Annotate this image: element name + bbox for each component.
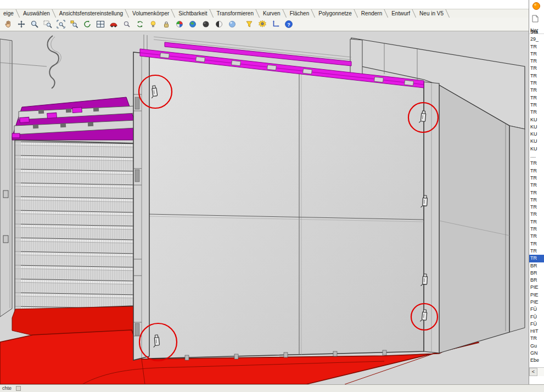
render-ball-icon[interactable] — [173, 18, 186, 31]
layer-row[interactable]: PIE — [529, 284, 544, 291]
sphere-blue-icon[interactable] — [226, 18, 238, 31]
layer-row[interactable]: KU — [529, 124, 544, 131]
layer-row[interactable]: Ebe — [529, 357, 544, 364]
layer-row[interactable]: TR — [529, 102, 544, 109]
tab-ansichtsfenstereinstellung[interactable]: Ansichtsfenstereinstellung — [56, 9, 129, 18]
tab-kurven[interactable]: Kurven — [260, 9, 287, 18]
sphere-dark-icon[interactable] — [199, 18, 212, 31]
slat-stack — [15, 140, 134, 310]
layer-row[interactable]: KU — [529, 138, 544, 145]
layer-row[interactable]: TR — [529, 65, 544, 72]
layer-row[interactable]: Sta — [529, 29, 544, 36]
lock-icon[interactable] — [160, 18, 172, 31]
scroll-left-button[interactable]: < — [529, 368, 537, 376]
rotate-view-icon[interactable] — [81, 18, 93, 31]
filter-icon[interactable] — [243, 18, 255, 31]
zoom-icon[interactable] — [28, 18, 41, 31]
layer-row[interactable]: TR — [529, 335, 544, 342]
tab-sichtbarkeit[interactable]: Sichtbarkeit — [175, 9, 213, 18]
status-text: chte — [2, 385, 12, 392]
layer-row[interactable]: TR — [529, 226, 544, 233]
layer-list: Sta29_TRTRTRTRTRTRTRTRTRTRKUKUKUKUKU....… — [529, 29, 544, 367]
layer-row[interactable]: TR — [529, 43, 544, 51]
tab-transformieren[interactable]: Transformieren — [214, 9, 260, 18]
car-icon[interactable] — [107, 18, 120, 31]
tab-volumenkörper[interactable]: Volumenkörper — [129, 9, 175, 18]
layer-row[interactable]: KU — [529, 116, 544, 124]
layer-row[interactable]: Gu — [529, 343, 544, 350]
layer-row[interactable]: TR — [529, 182, 544, 189]
layer-row[interactable]: TR — [529, 58, 544, 65]
pan-icon[interactable] — [2, 18, 14, 31]
right-face — [439, 85, 509, 353]
layer-row[interactable]: TR — [529, 175, 544, 182]
layer-row[interactable]: BR — [529, 262, 544, 270]
layer-row[interactable]: TR — [529, 109, 544, 116]
layer-row[interactable]: TR — [529, 211, 544, 218]
zoom-window-icon[interactable] — [41, 18, 54, 31]
layer-row[interactable]: TR — [529, 204, 544, 211]
zoom-extents-icon[interactable] — [54, 18, 67, 31]
layer-row[interactable]: BR — [529, 277, 544, 284]
tab-polygonnetze[interactable]: Polygonnetze — [315, 9, 358, 18]
rotate-arrows-icon[interactable] — [133, 18, 146, 31]
corner-column — [133, 52, 149, 360]
layer-row[interactable]: TR — [529, 160, 544, 167]
status-bar: chte — [0, 384, 544, 392]
layer-row[interactable]: FÜ — [529, 306, 544, 313]
layer-row[interactable]: TR — [529, 233, 544, 240]
layer-row[interactable]: TR — [529, 219, 544, 226]
layer-row[interactable]: TR — [529, 72, 544, 80]
main-toolbar: ? — [0, 18, 529, 31]
layer-list-hscrollbar[interactable]: < — [529, 367, 544, 376]
layer-row[interactable]: TR — [529, 80, 544, 87]
layer-row[interactable]: BR — [529, 270, 544, 277]
viewport-3d[interactable] — [0, 31, 529, 384]
tab-neu-in-v5[interactable]: Neu in V5 — [416, 9, 450, 18]
help-icon[interactable]: ? — [282, 18, 295, 31]
zoom-selected-icon[interactable] — [68, 18, 80, 31]
layers-panel: Nar Sta29_TRTRTRTRTRTRTRTRTRTRKUKUKUKUKU… — [529, 0, 544, 384]
tab-flächen[interactable]: Flächen — [287, 9, 316, 18]
layer-row[interactable]: TR — [529, 240, 544, 248]
layer-row[interactable]: TR — [529, 167, 544, 175]
layer-row[interactable]: .... — [529, 153, 544, 160]
layer-row[interactable]: TR — [529, 94, 544, 102]
move-icon[interactable] — [15, 18, 27, 31]
gear-sun-icon[interactable] — [256, 18, 268, 31]
globe-icon[interactable] — [186, 18, 199, 31]
viewport-layout-icon[interactable] — [94, 18, 106, 31]
layer-row[interactable]: FÜ — [529, 313, 544, 321]
new-layer-icon[interactable] — [532, 15, 544, 25]
tab-entwurf[interactable]: Entwurf — [388, 9, 416, 18]
layer-row[interactable]: KU — [529, 131, 544, 138]
uvn-icon[interactable] — [269, 18, 282, 31]
layer-row[interactable]: PIE — [529, 292, 544, 299]
sphere-half-icon[interactable] — [212, 18, 225, 31]
layer-row[interactable]: TR — [529, 189, 544, 197]
svg-text:?: ? — [287, 22, 290, 27]
rhino-cad-window: eigeAuswählenAnsichtsfenstereinstellungV… — [0, 0, 544, 392]
panel-tab-icon[interactable] — [532, 2, 544, 13]
layer-row[interactable]: GN — [529, 350, 544, 357]
layer-row[interactable]: TR — [529, 255, 544, 262]
layer-row[interactable]: TR — [529, 197, 544, 204]
front-face — [148, 55, 424, 360]
right-outer-panel — [509, 126, 525, 332]
layer-row[interactable]: 29_ — [529, 36, 544, 43]
scroll-track[interactable] — [537, 368, 544, 376]
menu-tab-bar: eigeAuswählenAnsichtsfenstereinstellungV… — [0, 9, 529, 18]
layer-row[interactable]: FÜ — [529, 321, 544, 328]
layer-row[interactable]: TR — [529, 87, 544, 94]
tab-eige[interactable]: eige — [0, 9, 20, 18]
cad-model-canvas — [0, 31, 529, 384]
tab-auswählen[interactable]: Auswählen — [20, 9, 56, 18]
zoom-small-icon[interactable] — [120, 18, 133, 31]
tab-rendern[interactable]: Rendern — [358, 9, 388, 18]
layer-row[interactable]: TR — [529, 248, 544, 255]
layer-row[interactable]: PIE — [529, 299, 544, 306]
layer-row[interactable]: KU — [529, 145, 544, 153]
bulb-icon[interactable] — [147, 18, 159, 31]
layer-row[interactable]: HIT — [529, 328, 544, 335]
layer-row[interactable]: TR — [529, 51, 544, 58]
